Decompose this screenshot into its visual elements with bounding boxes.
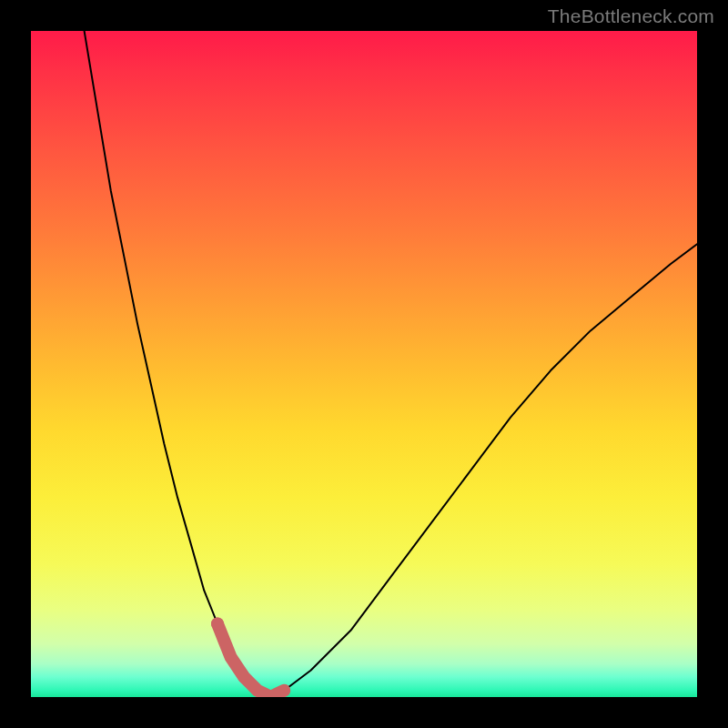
- watermark-text: TheBottleneck.com: [548, 5, 714, 27]
- bottleneck-curve: [85, 31, 697, 697]
- curve-layer: [31, 31, 697, 697]
- highlight-dot: [211, 618, 224, 631]
- plot-area: [31, 31, 697, 697]
- chart-frame: TheBottleneck.com: [0, 0, 728, 728]
- optimal-band: [217, 624, 284, 698]
